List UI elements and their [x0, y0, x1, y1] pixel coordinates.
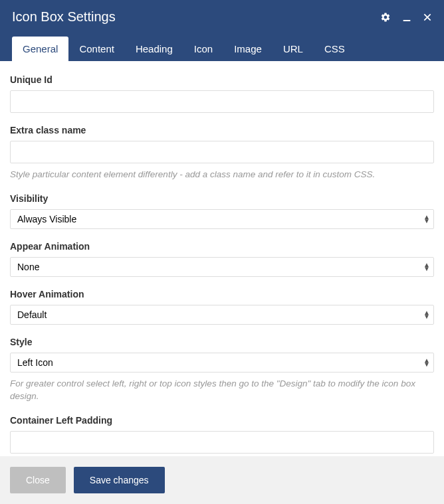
close-icon[interactable]	[423, 13, 432, 22]
label-appear-animation: Appear Animation	[10, 241, 434, 252]
select-appear-animation[interactable]: None	[10, 257, 434, 277]
gear-icon[interactable]	[380, 12, 391, 23]
tab-general[interactable]: General	[12, 37, 68, 61]
input-container-left-padding[interactable]	[10, 431, 434, 454]
tab-bar: General Content Heading Icon Image URL C…	[12, 37, 432, 61]
label-container-left-padding: Container Left Padding	[10, 415, 434, 426]
input-extra-class[interactable]	[10, 141, 434, 163]
label-hover-animation: Hover Animation	[10, 289, 434, 299]
label-extra-class: Extra class name	[10, 125, 434, 135]
tab-heading[interactable]: Heading	[125, 37, 183, 61]
label-unique-id: Unique Id	[10, 74, 434, 85]
tab-css[interactable]: CSS	[314, 37, 356, 61]
field-container-left-padding: Container Left Padding	[10, 415, 434, 454]
dialog-header: Icon Box Settings General Content Headin…	[0, 0, 444, 61]
field-appear-animation: Appear Animation None ▲▼	[10, 241, 434, 277]
header-top: Icon Box Settings	[12, 9, 432, 37]
field-extra-class: Extra class name Style particular conten…	[10, 125, 434, 181]
label-visibility: Visibility	[10, 193, 434, 204]
close-button[interactable]: Close	[10, 467, 66, 493]
dialog-title: Icon Box Settings	[12, 9, 116, 25]
help-extra-class: Style particular content element differe…	[10, 169, 434, 181]
tab-icon[interactable]: Icon	[183, 37, 223, 61]
svg-rect-0	[403, 20, 411, 21]
header-controls	[380, 12, 432, 23]
input-unique-id[interactable]	[10, 90, 434, 113]
select-hover-animation[interactable]: Default	[10, 305, 434, 325]
help-style: For greater control select left, right o…	[10, 378, 434, 403]
dialog-footer: Close Save changes	[0, 456, 444, 504]
tab-url[interactable]: URL	[273, 37, 314, 61]
minimize-icon[interactable]	[401, 12, 412, 23]
tab-content[interactable]: Content	[68, 37, 125, 61]
select-style[interactable]: Left Icon	[10, 353, 434, 373]
field-hover-animation: Hover Animation Default ▲▼	[10, 289, 434, 325]
save-button[interactable]: Save changes	[74, 467, 165, 493]
tab-image[interactable]: Image	[223, 37, 273, 61]
field-style: Style Left Icon ▲▼ For greater control s…	[10, 337, 434, 403]
field-visibility: Visibility Always Visible ▲▼	[10, 193, 434, 229]
select-visibility[interactable]: Always Visible	[10, 209, 434, 229]
dialog-body: Unique Id Extra class name Style particu…	[0, 61, 444, 456]
field-unique-id: Unique Id	[10, 74, 434, 113]
label-style: Style	[10, 337, 434, 347]
